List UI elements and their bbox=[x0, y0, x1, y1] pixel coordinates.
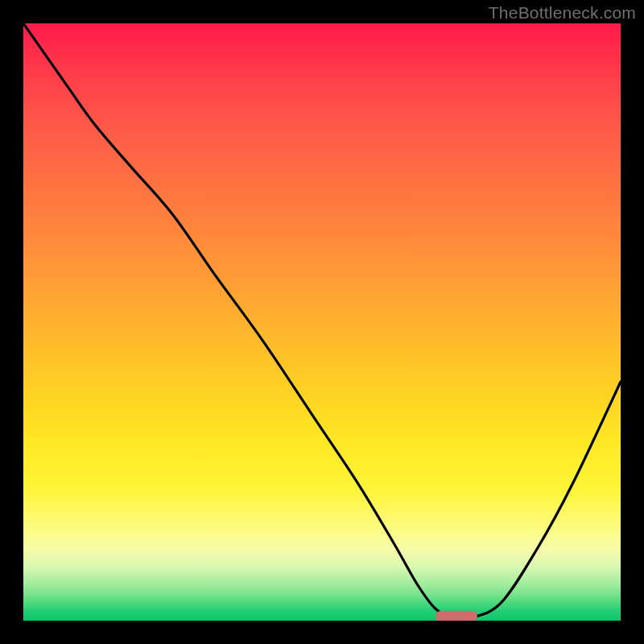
optimal-marker bbox=[436, 611, 477, 621]
chart-container: TheBottleneck.com bbox=[0, 0, 644, 644]
bottleneck-curve bbox=[23, 23, 621, 619]
chart-overlay bbox=[23, 23, 621, 621]
watermark-text: TheBottleneck.com bbox=[489, 3, 636, 23]
plot-area bbox=[23, 23, 621, 621]
